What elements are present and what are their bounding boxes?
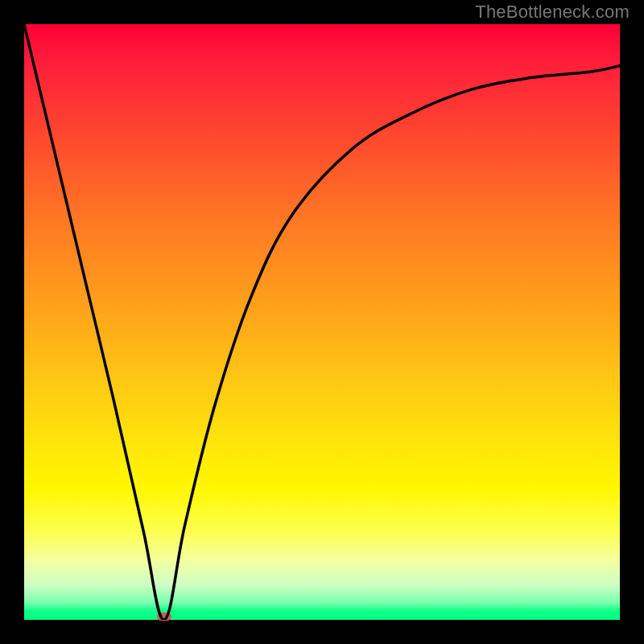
curve-path: [24, 24, 620, 620]
watermark-text: TheBottleneck.com: [475, 2, 630, 23]
bottleneck-curve: [24, 24, 620, 620]
plot-area: [24, 24, 620, 620]
chart-frame: TheBottleneck.com: [0, 0, 644, 644]
